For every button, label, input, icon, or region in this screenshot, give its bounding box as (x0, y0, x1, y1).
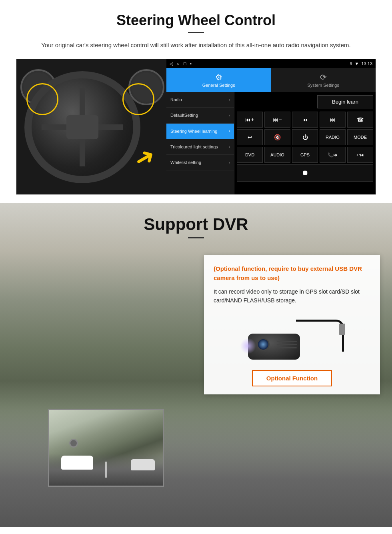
mute-button[interactable]: 🔇 (264, 129, 290, 145)
vent-line-1 (277, 341, 297, 342)
nav-menu-icon[interactable]: ▪ (190, 61, 192, 66)
dvr-optional-text: (Optional function, require to buy exter… (214, 264, 370, 282)
wifi-icon: ▼ (355, 61, 359, 66)
radio-button[interactable]: RADIO (320, 129, 346, 145)
nav-back-icon[interactable]: ◁ (170, 61, 173, 66)
statusbar-nav: ◁ ○ □ ▪ (170, 61, 192, 66)
dvr-title: Support DVR (0, 215, 392, 234)
android-statusbar: ◁ ○ □ ▪ 9 ▼ 13:13 (166, 59, 376, 68)
camera-light-burst (240, 338, 256, 354)
hang-up-button[interactable]: ↩ (237, 129, 263, 145)
begin-learn-button[interactable]: Begin learn (317, 95, 373, 108)
menu-item-default-setting[interactable]: DefaultSetting › (166, 108, 234, 123)
steering-title: Steering Wheel Control (16, 12, 376, 29)
vent-line-2 (277, 344, 297, 345)
signal-icon: 9 (350, 61, 352, 66)
menu-item-whitelist[interactable]: Whitelist setting › (166, 155, 234, 170)
nav-recent-icon[interactable]: □ (184, 61, 186, 66)
chevron-icon: › (229, 129, 230, 133)
nav-home-icon[interactable]: ○ (177, 61, 180, 66)
thumb-car-2 (131, 459, 155, 470)
chevron-icon: › (229, 98, 230, 102)
android-panel: ◁ ○ □ ▪ 9 ▼ 13:13 ⚙ General Settings (166, 59, 376, 194)
gear-icon: ⚙ (215, 72, 222, 82)
phone-prev-button[interactable]: 📞⏮ (320, 147, 346, 163)
steering-demo: ➜ ◁ ○ □ ▪ 9 ▼ 13:13 ⚙ (16, 59, 376, 195)
android-content: Radio › DefaultSetting › Steering Wheel … (166, 92, 376, 194)
back-next-button[interactable]: ↩⏭ (347, 147, 373, 163)
vent-line-3 (277, 347, 297, 348)
control-row-4: ⏺ (237, 164, 373, 182)
gps-button[interactable]: GPS (292, 147, 318, 163)
dvr-camera-illustration (214, 312, 370, 364)
chevron-icon: › (229, 145, 230, 149)
highlight-circle-right (122, 83, 154, 115)
clock: 13:13 (361, 61, 372, 66)
steering-subtitle: Your original car's steering wheel contr… (24, 40, 368, 50)
camera-lens (257, 338, 270, 351)
begin-learn-area: Begin learn (237, 95, 373, 108)
android-menu: Radio › DefaultSetting › Steering Wheel … (166, 92, 234, 194)
control-row-3: DVD AUDIO GPS 📞⏮ ↩⏭ (237, 147, 373, 163)
record-button[interactable]: ⏺ (237, 164, 373, 182)
menu-item-radio[interactable]: Radio › (166, 92, 234, 108)
dvr-footage-thumbnail (48, 409, 164, 487)
steering-section: Steering Wheel Control Your original car… (0, 0, 392, 203)
dvr-camera (240, 312, 344, 364)
mode-button[interactable]: MODE (347, 129, 373, 145)
title-divider-1 (188, 32, 204, 33)
steering-photo: ➜ (16, 59, 166, 195)
statusbar-info: 9 ▼ 13:13 (350, 61, 372, 66)
chevron-icon: › (229, 113, 230, 118)
thumb-car-1 (61, 456, 93, 470)
tab-general-settings[interactable]: ⚙ General Settings (166, 68, 271, 92)
dvr-section: Support DVR (Optional function, require … (0, 203, 392, 527)
wheel-hub (66, 115, 98, 139)
vol-up-button[interactable]: ⏮+ (237, 112, 263, 128)
control-row-1: ⏮+ ⏮− ⏮ ⏭ ☎ (237, 112, 373, 128)
power-button[interactable]: ⏻ (292, 129, 318, 145)
optional-function-button[interactable]: Optional Function (252, 370, 332, 386)
thumb-road-scene (49, 410, 163, 486)
dvr-info-card: (Optional function, require to buy exter… (204, 255, 380, 394)
tab-system-settings[interactable]: ⟳ System Settings (271, 68, 376, 92)
android-tabs: ⚙ General Settings ⟳ System Settings (166, 68, 376, 92)
tab-general-label: General Settings (202, 83, 235, 88)
control-row-2: ↩ 🔇 ⏻ RADIO MODE (237, 129, 373, 145)
highlight-circle-left (26, 83, 58, 115)
menu-item-steering-wheel-learning[interactable]: Steering Wheel learning › (166, 124, 234, 139)
thumb-road-line (105, 462, 107, 478)
control-buttons-panel: Begin learn ⏮+ ⏮− ⏮ ⏭ ☎ ↩ 🔇 ⏻ (234, 92, 376, 194)
thumb-spare-tire (69, 439, 78, 448)
phone-button[interactable]: ☎ (347, 112, 373, 128)
camera-vent (277, 337, 297, 353)
vol-down-button[interactable]: ⏮− (264, 112, 290, 128)
dvd-button[interactable]: DVD (237, 147, 263, 163)
system-icon: ⟳ (320, 72, 327, 82)
dvr-title-wrap: Support DVR (0, 203, 392, 238)
chevron-icon: › (229, 160, 230, 165)
menu-item-tricoloured-light[interactable]: Tricoloured light settings › (166, 139, 234, 155)
prev-track-button[interactable]: ⏮ (292, 112, 318, 128)
audio-button[interactable]: AUDIO (264, 147, 290, 163)
tab-system-label: System Settings (308, 83, 339, 88)
camera-cable (296, 320, 344, 352)
usb-connector (339, 324, 345, 335)
dvr-body-text: It can record video only to storage in G… (214, 287, 370, 305)
next-track-button[interactable]: ⏭ (320, 112, 346, 128)
title-divider-2 (188, 237, 204, 238)
